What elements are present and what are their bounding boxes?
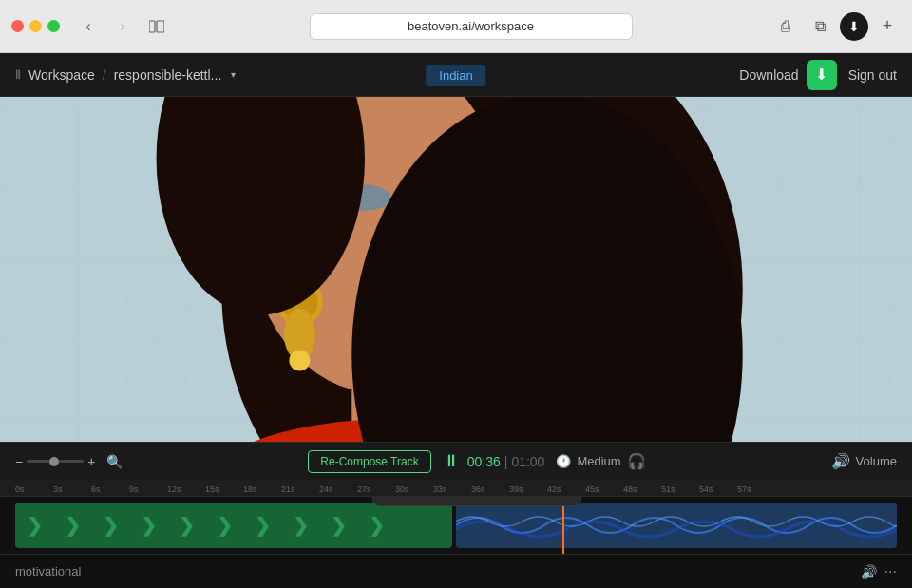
- chevron-9: ❯: [319, 503, 357, 548]
- ruler-mark-42s: 42s: [547, 484, 561, 494]
- time-display: 00:36 | 01:00: [467, 454, 545, 469]
- download-green-icon-button[interactable]: ⬇: [807, 60, 837, 90]
- close-window-button[interactable]: [11, 20, 24, 32]
- nav-left: ⫴ Workspace / responsible-kettl... ▾: [15, 66, 236, 83]
- address-bar-container: beatoven.ai/workspace: [178, 13, 764, 40]
- toolbar-right: ⎙ ⧉ ⬇ +: [771, 12, 901, 41]
- project-label[interactable]: responsible-kettl...: [114, 67, 222, 83]
- download-label: Download: [739, 67, 798, 83]
- track-more-button[interactable]: ···: [884, 563, 897, 580]
- ruler-marks: 0s 3s 6s 9s 12s 15s 18s 21s 24s 27s 30s …: [0, 480, 912, 496]
- timeline-track-area[interactable]: ❯ ❯ ❯ ❯ ❯ ❯ ❯ ❯ ❯ ❯: [0, 497, 912, 554]
- track-name-label: motivational: [15, 564, 81, 579]
- minimize-window-button[interactable]: [29, 20, 42, 32]
- ruler-mark-27s: 27s: [357, 484, 371, 494]
- chevron-6: ❯: [205, 503, 243, 548]
- ruler-mark-48s: 48s: [623, 484, 637, 494]
- play-pause-button[interactable]: ⏸: [443, 451, 460, 471]
- ruler-mark-33s: 33s: [433, 484, 447, 494]
- tempo-display: 🕐 Medium 🎧: [556, 452, 645, 470]
- chevron-7: ❯: [243, 503, 281, 548]
- svg-point-14: [289, 351, 310, 371]
- time-separator: |: [504, 454, 508, 469]
- track-segment-blue[interactable]: [456, 503, 897, 548]
- download-button[interactable]: Download ⬇: [739, 60, 836, 90]
- ruler-mark-18s: 18s: [243, 484, 257, 494]
- ruler-mark-51s: 51s: [661, 484, 675, 494]
- ruler-mark-30s: 30s: [395, 484, 409, 494]
- address-bar[interactable]: beatoven.ai/workspace: [310, 13, 633, 40]
- track-label-area: motivational 🔊 ···: [0, 554, 912, 588]
- playback-controls: ⏸ 00:36 | 01:00: [443, 451, 545, 471]
- app-container: ⫴ Workspace / responsible-kettl... ▾ Ind…: [0, 53, 912, 588]
- ruler-mark-12s: 12s: [167, 484, 181, 494]
- volume-label: Volume: [856, 454, 897, 468]
- portrait-image: [0, 97, 912, 442]
- genre-badge[interactable]: Indian: [426, 65, 485, 86]
- headphones-icon[interactable]: 🎧: [627, 452, 646, 470]
- ruler-mark-57s: 57s: [737, 484, 751, 494]
- back-button[interactable]: ‹: [75, 13, 102, 40]
- chevron-4: ❯: [129, 503, 167, 548]
- workspace-label[interactable]: Workspace: [28, 67, 95, 83]
- nav-right: Download ⬇ Sign out: [739, 60, 897, 90]
- new-tab-button[interactable]: +: [874, 13, 901, 40]
- tempo-label[interactable]: Medium: [577, 454, 620, 468]
- zoom-control: − +: [15, 454, 95, 469]
- ruler-mark-21s: 21s: [281, 484, 295, 494]
- track-segment-green[interactable]: ❯ ❯ ❯ ❯ ❯ ❯ ❯ ❯ ❯ ❯: [15, 503, 452, 548]
- sign-out-button[interactable]: Sign out: [848, 67, 897, 83]
- timeline-ruler: 0s 3s 6s 9s 12s 15s 18s 21s 24s 27s 30s …: [0, 480, 912, 497]
- traffic-lights: [11, 20, 60, 32]
- copy-button[interactable]: ⧉: [806, 12, 834, 41]
- volume-control: 🔊 Volume: [831, 452, 897, 470]
- project-dropdown-arrow[interactable]: ▾: [231, 69, 236, 80]
- chevrons: ❯ ❯ ❯ ❯ ❯ ❯ ❯ ❯ ❯ ❯: [15, 503, 452, 548]
- zoom-slider[interactable]: [27, 460, 84, 463]
- chevron-10: ❯: [357, 503, 395, 548]
- ruler-mark-24s: 24s: [319, 484, 333, 494]
- svg-rect-0: [149, 21, 155, 32]
- recompose-button[interactable]: Re-Compose Track: [308, 450, 430, 473]
- browser-chrome: ‹ › beatoven.ai/workspace ⎙ ⧉ ⬇ +: [0, 0, 912, 53]
- clock-icon: 🕐: [556, 454, 571, 468]
- ruler-mark-0s: 0s: [15, 484, 25, 494]
- zoom-out-button[interactable]: −: [15, 454, 23, 469]
- ruler-mark-6s: 6s: [91, 484, 101, 494]
- ruler-mark-54s: 54s: [699, 484, 713, 494]
- timeline-wrapper: 0s 3s 6s 9s 12s 15s 18s 21s 24s 27s 30s …: [0, 480, 912, 588]
- search-icon[interactable]: 🔍: [106, 454, 123, 469]
- volume-icon: 🔊: [831, 452, 850, 470]
- current-time: 00:36: [467, 454, 501, 469]
- sidebar-toggle-button[interactable]: [143, 13, 170, 40]
- chevron-8: ❯: [281, 503, 319, 548]
- track-volume-icon[interactable]: 🔊: [861, 564, 877, 579]
- chevron-3: ❯: [91, 503, 129, 548]
- video-placeholder: [0, 97, 912, 442]
- svg-rect-1: [157, 21, 164, 32]
- forward-button[interactable]: ›: [109, 13, 136, 40]
- ruler-mark-3s: 3s: [53, 484, 63, 494]
- ruler-mark-15s: 15s: [205, 484, 219, 494]
- wave-svg: [456, 503, 897, 548]
- chevron-2: ❯: [53, 503, 91, 548]
- zoom-thumb: [49, 457, 59, 466]
- maximize-window-button[interactable]: [48, 20, 60, 32]
- ruler-mark-9s: 9s: [129, 484, 139, 494]
- chevron-5: ❯: [167, 503, 205, 548]
- total-time: 01:00: [511, 454, 544, 469]
- browser-download-button[interactable]: ⬇: [840, 12, 868, 41]
- track-right-controls: 🔊 ···: [861, 563, 897, 580]
- timeline-controls: − + 🔍 Re-Compose Track ⏸ 00:36 | 01:00 🕐…: [0, 442, 912, 480]
- nav-separator: /: [103, 67, 106, 83]
- toast-notification: Finished composing. Press Play to hear t…: [372, 497, 581, 506]
- video-area: [0, 97, 912, 442]
- zoom-in-button[interactable]: +: [87, 454, 95, 469]
- ruler-mark-39s: 39s: [509, 484, 523, 494]
- chevron-1: ❯: [15, 503, 53, 548]
- ruler-mark-36s: 36s: [471, 484, 485, 494]
- ruler-mark-45s: 45s: [585, 484, 599, 494]
- nav-center: Indian: [426, 66, 485, 84]
- address-text: beatoven.ai/workspace: [408, 19, 534, 33]
- share-button[interactable]: ⎙: [771, 12, 800, 41]
